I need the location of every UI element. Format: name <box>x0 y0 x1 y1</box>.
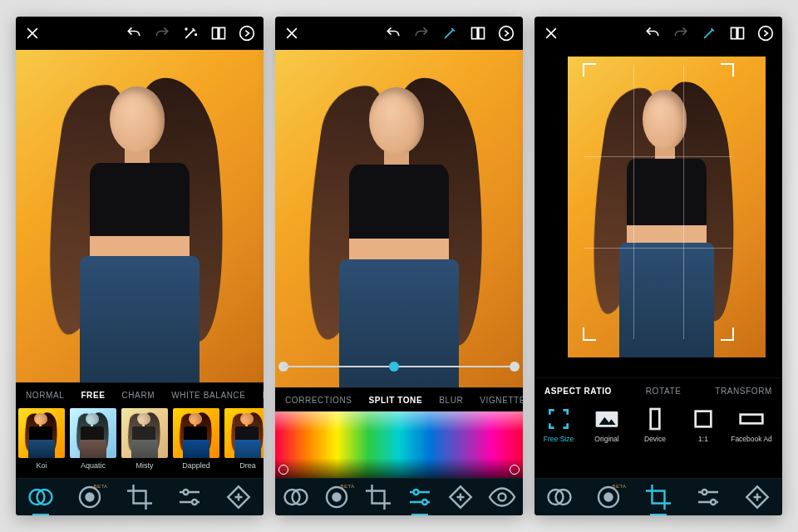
crop-canvas[interactable] <box>534 50 782 377</box>
tab-corrections[interactable]: CORRECTIONS <box>278 396 359 405</box>
filter-label: Aquatic <box>81 461 106 470</box>
overlays-icon[interactable]: BETA <box>594 482 623 512</box>
svg-rect-12 <box>472 27 478 38</box>
filter-dappled[interactable]: Dappled <box>170 406 222 478</box>
tab-free[interactable]: FREE <box>74 391 111 400</box>
image-canvas[interactable] <box>16 50 264 382</box>
eye-icon[interactable] <box>487 482 517 512</box>
svg-point-18 <box>333 494 341 501</box>
svg-point-22 <box>499 494 506 501</box>
ratio-1-1[interactable]: 1:1 <box>679 408 727 478</box>
compare-icon[interactable] <box>729 25 746 42</box>
compare-icon[interactable] <box>470 25 486 42</box>
tab-split-tone[interactable]: SPLIT TONE <box>362 396 430 405</box>
svg-point-19 <box>413 490 418 495</box>
ratio-free-size[interactable]: Free Size <box>534 408 583 478</box>
filter-thumbnails: Koi Aquatic Misty Dappled Drea <box>16 406 264 478</box>
adjust-icon[interactable] <box>693 482 723 512</box>
svg-point-14 <box>500 27 514 41</box>
auto-enhance-icon[interactable] <box>441 25 458 42</box>
crop-visible-photo <box>568 57 766 357</box>
top-toolbar <box>16 17 264 50</box>
edited-photo <box>275 50 523 387</box>
bottom-toolbar: BETA <box>275 478 523 515</box>
heal-icon[interactable] <box>224 482 254 512</box>
crop-handle-br[interactable] <box>721 328 734 341</box>
crop-handle-bl[interactable] <box>583 328 596 341</box>
svg-point-35 <box>605 494 613 501</box>
filter-dream[interactable]: Drea <box>222 406 264 478</box>
edited-photo <box>16 50 264 382</box>
share-next-icon[interactable] <box>239 25 255 42</box>
looks-icon[interactable] <box>544 482 574 512</box>
tab-black[interactable]: BLACK <box>256 391 264 400</box>
svg-point-1 <box>195 34 197 36</box>
crop-icon[interactable] <box>643 482 673 512</box>
crop-handle-tl[interactable] <box>583 63 596 76</box>
filter-misty[interactable]: Misty <box>119 406 170 478</box>
filter-label: Misty <box>136 461 154 470</box>
aspect-ratio-options: Free Size Original Device 1:1 Facebook A… <box>534 403 782 478</box>
ratio-facebook[interactable]: Facebook <box>776 408 782 478</box>
ratio-device[interactable]: Device <box>631 408 679 478</box>
filter-aquatic[interactable]: Aquatic <box>67 406 119 478</box>
tab-vignette[interactable]: VIGNETTE <box>473 396 523 405</box>
tab-white-balance[interactable]: WHITE BALANCE <box>165 391 252 400</box>
top-toolbar <box>275 17 523 50</box>
share-next-icon[interactable] <box>757 25 774 42</box>
ratio-facebook-ad[interactable]: Facebook Ad <box>727 408 776 478</box>
redo-icon[interactable] <box>154 25 170 42</box>
close-icon[interactable] <box>283 25 300 42</box>
close-icon[interactable] <box>24 25 41 42</box>
undo-icon[interactable] <box>126 25 142 42</box>
svg-point-10 <box>192 500 197 505</box>
shadow-color-marker[interactable] <box>510 465 520 475</box>
svg-rect-2 <box>213 27 219 38</box>
bottom-toolbar: BETA <box>534 478 782 515</box>
ratio-original[interactable]: Original <box>583 408 631 478</box>
color-spectrum-picker[interactable] <box>275 411 523 478</box>
crop-icon[interactable] <box>363 482 393 512</box>
bottom-toolbar: BETA <box>16 478 264 515</box>
redo-icon[interactable] <box>413 25 430 42</box>
filter-label: Drea <box>239 461 256 470</box>
compare-icon[interactable] <box>210 25 227 42</box>
redo-icon[interactable] <box>672 25 689 42</box>
heal-icon[interactable] <box>446 482 475 512</box>
heal-icon[interactable] <box>742 482 772 512</box>
overlays-icon[interactable]: BETA <box>75 482 105 512</box>
tab-blur[interactable]: BLUR <box>432 396 470 405</box>
svg-point-8 <box>86 494 94 501</box>
undo-icon[interactable] <box>385 25 401 42</box>
auto-enhance-icon[interactable] <box>701 25 717 42</box>
share-next-icon[interactable] <box>498 25 515 42</box>
tab-aspect-ratio[interactable]: ASPECT RATIO <box>544 387 612 396</box>
highlight-color-marker[interactable] <box>278 465 288 475</box>
screen-split-tone: CORRECTIONS SPLIT TONE BLUR VIGNETTE BET… <box>275 17 523 515</box>
undo-icon[interactable] <box>644 25 661 42</box>
balance-slider[interactable] <box>283 354 515 379</box>
crop-icon[interactable] <box>125 482 155 512</box>
tab-transform[interactable]: TRANSFORM <box>715 387 772 396</box>
adjust-icon[interactable] <box>405 482 435 512</box>
overlays-icon[interactable]: BETA <box>322 482 352 512</box>
looks-icon[interactable] <box>26 482 56 512</box>
crop-handle-tr[interactable] <box>721 63 734 76</box>
svg-point-9 <box>183 490 188 495</box>
looks-icon[interactable] <box>281 482 311 512</box>
tab-normal[interactable]: NORMAL <box>19 391 71 400</box>
crop-rectangle[interactable] <box>584 65 732 339</box>
tab-rotate[interactable]: ROTATE <box>646 387 682 396</box>
crop-mode-tabs: ASPECT RATIO ROTATE TRANSFORM <box>534 377 782 403</box>
close-icon[interactable] <box>543 25 559 42</box>
filter-koi[interactable]: Koi <box>16 406 67 478</box>
svg-point-0 <box>185 28 187 30</box>
auto-enhance-icon[interactable] <box>182 25 199 42</box>
tab-charm[interactable]: CHARM <box>115 391 161 400</box>
filter-label: Koi <box>36 461 47 470</box>
svg-rect-24 <box>738 27 744 38</box>
adjust-icon[interactable] <box>175 482 204 512</box>
screen-filters: NORMAL FREE CHARM WHITE BALANCE BLACK Ko… <box>16 17 264 515</box>
slider-knob[interactable] <box>389 362 399 372</box>
image-canvas[interactable] <box>275 50 523 387</box>
